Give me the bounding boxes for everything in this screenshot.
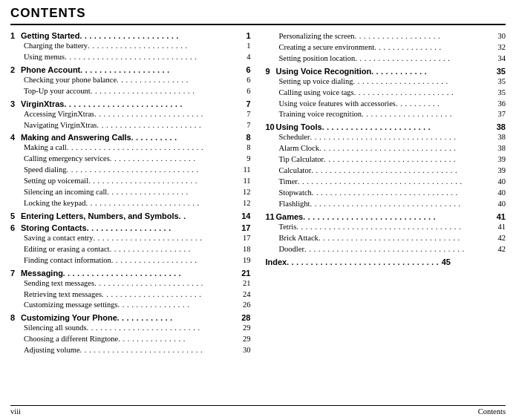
section-body: Messaging . . . . . . . . . . . . . . . …: [21, 269, 251, 312]
dots: . . . . . . . . . . . . . . . . . . . . …: [88, 176, 239, 187]
dots: . . . . . . . . . . . . . . . . . . . . …: [319, 143, 494, 154]
sub-entry: Doodler . . . . . . . . . . . . . . . . …: [276, 244, 506, 255]
index-entry: Index . . . . . . . . . . . . . . . . . …: [266, 257, 506, 267]
page-number: 8: [239, 142, 251, 154]
page-number: 42: [494, 244, 506, 255]
dots: . . . . . . . . . . . . . . . . . . . . …: [80, 345, 239, 356]
sub-entry: Calling emergency services . . . . . . .…: [21, 154, 251, 165]
sub-title: Top-Up your account: [24, 86, 91, 97]
sub-title: Saving a contact entry: [24, 233, 94, 244]
sub-title: Charging the battery: [24, 41, 88, 52]
section-number: 9: [266, 67, 276, 121]
dots: . . . . . . . . . . . . . . . . . . .: [111, 255, 239, 266]
sub-entry: Setting up voicemail . . . . . . . . . .…: [21, 176, 251, 187]
dots: . . . . . . . . . . . . . . . . . . . . …: [310, 132, 494, 143]
sub-entry: Brick Attack . . . . . . . . . . . . . .…: [276, 233, 506, 244]
chapter-title: Using Tools: [276, 122, 322, 131]
chapter-entry: Getting Started . . . . . . . . . . . . …: [21, 31, 251, 40]
sub-title: Using menus: [24, 52, 65, 63]
dots: . . . . . . . . . . . . . . .: [374, 42, 494, 53]
chapter-entry: Using Voice Recognition . . . . . . . . …: [276, 67, 506, 76]
dots: . . . . . . . . . . . . . . . . . . . . …: [63, 269, 239, 278]
sub-entry: Accessing VirginXtras . . . . . . . . . …: [21, 109, 251, 120]
dots: . . . . . . . . . . . . . . . . . . . . …: [79, 31, 238, 40]
chapter-title: Using Voice Recognition: [276, 67, 372, 76]
section-body: Storing Contacts . . . . . . . . . . . .…: [21, 223, 251, 266]
sub-entry: Silencing an incoming call . . . . . . .…: [21, 187, 251, 198]
page-number: 40: [494, 199, 506, 210]
sub-title: Finding contact information: [24, 255, 111, 266]
page-number: 39: [494, 154, 506, 165]
page-number: 11: [239, 165, 251, 176]
sub-entry: Locking the keypad . . . . . . . . . . .…: [21, 198, 251, 209]
chapter-entry: Index . . . . . . . . . . . . . . . . . …: [266, 257, 451, 266]
sub-entry: Editing or erasing a contact . . . . . .…: [21, 244, 251, 255]
page-number: 38: [494, 132, 506, 143]
dots: . . . . . . . . . . . . . . . . . . . . …: [319, 233, 494, 244]
sub-title: Calculator: [279, 165, 312, 177]
dots: . . . . . . . . . . . . . . . . . . . . …: [94, 233, 239, 244]
sub-title: Editing or erasing a contact: [24, 244, 109, 255]
sub-title: Navigating VirginXtras: [24, 120, 97, 131]
dots: . . . . . . . . . . . . . . . . . . . . …: [94, 278, 238, 289]
page-number: 7: [239, 120, 251, 131]
dots: . . . . . . . . . . . . . . . . . . . . …: [303, 212, 494, 221]
sub-title: Checking your phone balance: [24, 75, 117, 86]
sub-entry: Timer . . . . . . . . . . . . . . . . . …: [276, 177, 506, 188]
footer: viii Contents: [10, 405, 506, 416]
toc-sub-only-section: Personalizing the screen . . . . . . . .…: [266, 31, 506, 65]
dots: . . . . . . . . . . . . . . . . . .: [109, 244, 238, 255]
chapter-title: Customizing Your Phone: [21, 313, 117, 322]
section-number: 8: [10, 313, 21, 356]
dots: . . . . . . . . . . . . . . . . . . . . …: [298, 177, 494, 188]
section-body: Getting Started . . . . . . . . . . . . …: [21, 31, 251, 63]
chapter-title: Phone Account: [21, 65, 80, 74]
page-number: 42: [494, 233, 506, 244]
chapter-entry: Messaging . . . . . . . . . . . . . . . …: [21, 269, 251, 278]
chapter-title: Games: [276, 212, 304, 221]
page-number: 18: [239, 244, 251, 255]
page-number: 41: [494, 212, 506, 221]
sub-title: Retrieving text messages: [24, 289, 102, 301]
page-number: 19: [239, 255, 251, 266]
dots: . . . . . . . . . . . . . . . . . .: [107, 187, 238, 198]
page-number: 35: [494, 67, 506, 76]
page-number: 4: [239, 52, 251, 63]
sub-entry: Calculator . . . . . . . . . . . . . . .…: [276, 165, 506, 177]
footer-right: Contents: [478, 407, 506, 416]
page-number: 7: [239, 99, 251, 108]
page-number: 34: [494, 53, 506, 65]
sub-entry: Sending text messages . . . . . . . . . …: [21, 278, 251, 289]
chapter-entry: Entering Letters, Numbers, and Symbols .…: [21, 211, 251, 220]
section-body: Using Tools . . . . . . . . . . . . . . …: [276, 122, 506, 209]
section-number: 2: [10, 65, 21, 97]
sub-entry: Adjusting volume . . . . . . . . . . . .…: [21, 345, 251, 356]
sub-entry: Tetris . . . . . . . . . . . . . . . . .…: [276, 222, 506, 233]
chapter-entry: Games . . . . . . . . . . . . . . . . . …: [276, 212, 506, 221]
chapter-entry: Storing Contacts . . . . . . . . . . . .…: [21, 223, 251, 232]
dots: . . . . . . . . . . . . . . . . . . . . …: [65, 52, 238, 63]
dots: . . . . . . . . . . . . . . . . . . . . …: [97, 120, 238, 131]
chapter-title: Getting Started: [21, 31, 79, 40]
page-number: 8: [239, 133, 251, 142]
sub-title: Brick Attack: [279, 233, 319, 244]
dots: . . . . . . . . . .: [396, 99, 494, 110]
sub-entry: Personalizing the screen . . . . . . . .…: [276, 31, 506, 42]
page-number: 1: [239, 41, 251, 52]
sub-entry: Checking your phone balance . . . . . . …: [21, 75, 251, 86]
sub-title: Alarm Clock: [279, 143, 320, 154]
page-number: 45: [439, 257, 451, 266]
sub-entry: Top-Up your account . . . . . . . . . . …: [21, 86, 251, 97]
section-number: 3: [10, 99, 21, 131]
page-number: 6: [239, 75, 251, 86]
page-number: 38: [494, 143, 506, 154]
sub-title: Creating a secure environment: [279, 42, 375, 53]
page-number: 21: [239, 269, 251, 278]
toc-section: 8Customizing Your Phone . . . . . . . . …: [10, 313, 251, 356]
sub-entry: Silencing all sounds . . . . . . . . . .…: [21, 323, 251, 334]
page-number: 11: [239, 176, 251, 187]
sub-title: Customizing message settings: [24, 300, 118, 311]
dots: . . . . . . . . . . . . . . . . . . . . …: [65, 99, 239, 108]
sub-title: Silencing all sounds: [24, 323, 87, 334]
sub-title: Personalizing the screen: [279, 31, 355, 42]
